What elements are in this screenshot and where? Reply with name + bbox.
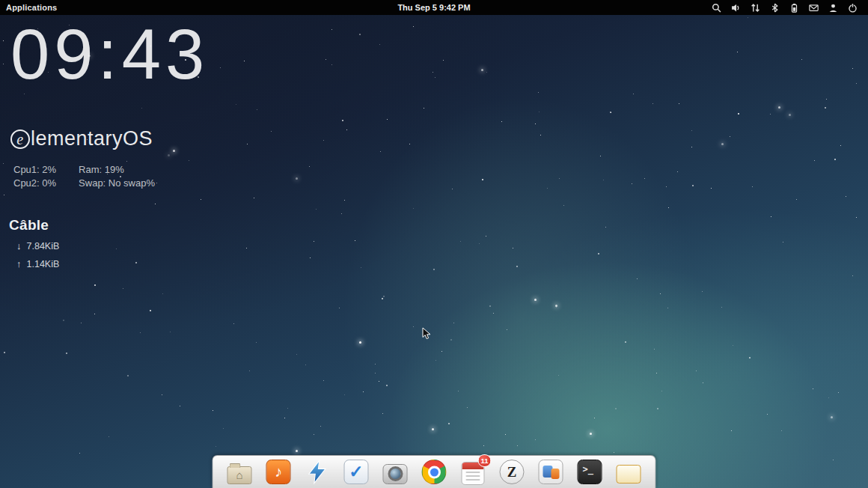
dock-item-files[interactable]: ⌂ [227,459,253,485]
upload-rate: 1.14KiB [27,259,60,269]
system-tray [712,3,868,13]
mail-icon[interactable] [809,3,819,13]
upload-rate-row: ↑ 1.14KiB [16,258,59,269]
software-boxes-icon [538,459,564,485]
network-widget: Câble ↓ 7.84KiB ↑ 1.14KiB [9,217,59,269]
camera-icon [382,459,409,485]
system-stats: Cpu1: 2% Cpu2: 0% Ram: 19% Swap: No swap… [13,163,155,190]
power-icon[interactable] [848,3,858,13]
music-note-icon: ♪ [266,459,292,485]
calendar-notification-badge: 11 [477,454,491,467]
volume-icon[interactable] [731,3,741,13]
dock-item-photos[interactable] [305,459,331,485]
user-icon[interactable] [828,3,838,13]
dock-item-z-app[interactable]: Z [499,459,525,485]
folder-icon: ⌂ [227,459,253,485]
elementary-e-icon: e [10,129,30,149]
dock: ⌂ ♪ ✓ [213,455,656,488]
dock-item-mail[interactable] [616,459,642,485]
cpu2-stat: Cpu2: 0% [13,177,56,190]
top-panel: Applications Thu Sep 5 9:42 PM [0,0,868,15]
bluetooth-icon[interactable] [770,3,780,13]
desktop-clock: 09:43 [10,19,209,90]
applications-menu[interactable]: Applications [0,3,57,12]
mouse-cursor [422,327,432,344]
lightning-icon [305,459,331,485]
terminal-prompt-glyph: >_ [583,464,593,475]
elementary-logo: e lementaryOS [10,127,153,150]
check-glyph: ✓ [349,462,363,482]
network-arrows-icon[interactable] [751,3,760,13]
envelope-icon [616,459,642,485]
ram-stat: Ram: 19% [79,163,155,177]
cpu1-stat: Cpu1: 2% [13,163,56,177]
chrome-icon [421,459,447,485]
z-icon: Z [499,459,525,485]
terminal-icon: >_ [577,459,603,485]
download-rate: 7.84KiB [27,241,60,251]
search-icon[interactable] [712,3,721,13]
dock-item-tasks[interactable]: ✓ [343,459,370,485]
dock-item-camera[interactable] [382,459,409,485]
dock-item-music[interactable]: ♪ [266,459,292,485]
swap-stat: Swap: No swap% [79,177,155,190]
battery-icon[interactable] [789,3,799,13]
dock-item-terminal[interactable]: >_ [577,459,603,485]
download-arrow-icon: ↓ [16,240,22,251]
dock-item-calendar[interactable]: 11 [460,459,486,485]
home-glyph: ⌂ [236,469,242,481]
check-icon: ✓ [343,459,370,485]
download-rate-row: ↓ 7.84KiB [16,240,59,251]
upload-arrow-icon: ↑ [16,258,22,269]
network-interface-title: Câble [9,217,59,234]
dock-item-chrome[interactable] [421,459,447,485]
z-glyph: Z [507,464,517,481]
panel-clock[interactable]: Thu Sep 5 9:42 PM [397,3,470,12]
elementary-logo-text: lementaryOS [31,127,153,150]
music-note-glyph: ♪ [275,463,282,481]
dock-item-software[interactable] [538,459,564,485]
